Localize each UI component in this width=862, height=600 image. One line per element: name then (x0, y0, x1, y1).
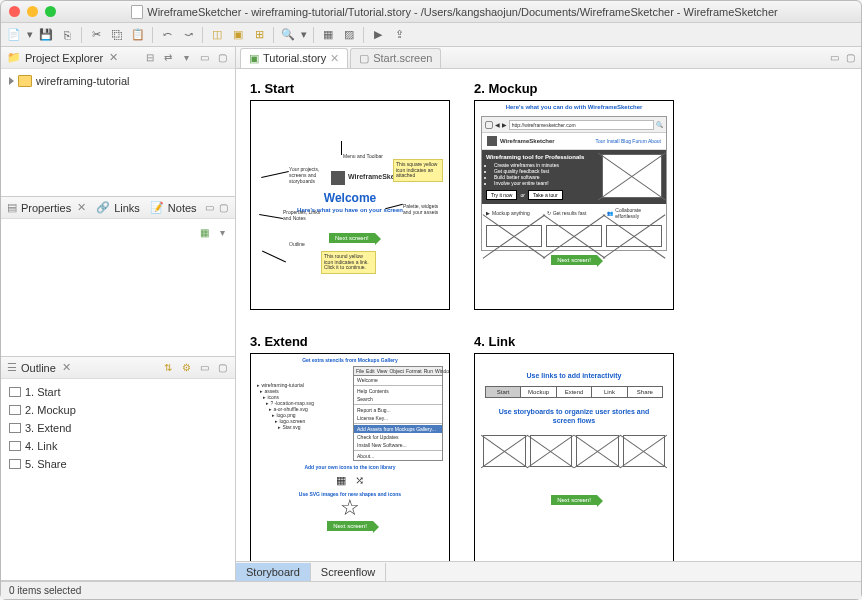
link-editor-icon[interactable]: ⇄ (161, 51, 175, 65)
status-bar: 0 items selected (1, 581, 861, 599)
properties-panel: ▤ Properties ✕ 🔗 Links 📝 Notes ▭ ▢ ▦ ▾ (1, 197, 235, 357)
canvas[interactable]: 1. Start Menu and Toolbar Your projects,… (236, 69, 861, 561)
main-toolbar: 📄 ▾ 💾 ⎘ ✂ ⿻ 📋 ⤺ ⤻ ◫ ▣ ⊞ 🔍 ▾ ▦ ▨ ▶ ⇪ (1, 23, 861, 47)
frame-title: 4. Link (474, 334, 674, 349)
links-tab[interactable]: Links (114, 202, 140, 214)
redo-button[interactable]: ⤻ (179, 26, 197, 44)
titlebar: WireframeSketcher - wireframing-tutorial… (1, 1, 861, 23)
group-button[interactable]: ▦ (319, 26, 337, 44)
project-explorer-panel: 📁 Project Explorer ✕ ⊟ ⇄ ▾ ▭ ▢ wireframi… (1, 47, 235, 197)
tab-label: Start.screen (373, 52, 432, 64)
cut-button[interactable]: ✂ (87, 26, 105, 44)
maximize-icon[interactable]: ▢ (215, 51, 229, 65)
new-category-icon[interactable]: ▦ (197, 225, 211, 239)
folder-icon (18, 75, 32, 87)
minimize-icon[interactable]: ▭ (197, 51, 211, 65)
filter-icon[interactable]: ⚙ (179, 361, 193, 375)
screen-icon (9, 387, 21, 397)
minimize-icon[interactable]: ▭ (205, 201, 215, 215)
screen-icon (9, 405, 21, 415)
zoom-button[interactable]: 🔍 (279, 26, 297, 44)
screen-icon (9, 423, 21, 433)
close-icon[interactable]: ✕ (62, 361, 71, 374)
minimize-window[interactable] (27, 6, 38, 17)
maximize-icon[interactable]: ▢ (215, 361, 229, 375)
paste-button[interactable]: 📋 (129, 26, 147, 44)
close-icon[interactable]: ✕ (77, 201, 86, 214)
maximize-icon[interactable]: ▢ (843, 51, 857, 65)
outline-item[interactable]: 5. Share (7, 455, 229, 473)
editor-tab-start[interactable]: ▢ Start.screen (350, 48, 441, 68)
bottom-tabs: Storyboard Screenflow (236, 561, 861, 581)
outline-item[interactable]: 4. Link (7, 437, 229, 455)
close-icon[interactable]: ✕ (109, 51, 118, 64)
status-text: 0 items selected (9, 585, 81, 596)
copy-button[interactable]: ⿻ (108, 26, 126, 44)
sort-icon[interactable]: ⇅ (161, 361, 175, 375)
zoom-dropdown[interactable]: ▾ (300, 26, 308, 44)
undo-button[interactable]: ⤺ (158, 26, 176, 44)
expand-arrow-icon[interactable] (9, 77, 14, 85)
tree-item[interactable]: wireframing-tutorial (5, 73, 231, 89)
menu-icon[interactable]: ▾ (215, 225, 229, 239)
outline-item[interactable]: 1. Start (7, 383, 229, 401)
frame-extend[interactable]: Get extra stencils from Mockups Gallery … (250, 353, 450, 561)
storyboard-tab[interactable]: Storyboard (236, 563, 311, 581)
zoom-window[interactable] (45, 6, 56, 17)
frame-title: 1. Start (250, 81, 450, 96)
editor-tab-tutorial[interactable]: ▣ Tutorial.story ✕ (240, 48, 348, 68)
close-window[interactable] (9, 6, 20, 17)
properties-tab[interactable]: Properties (21, 202, 71, 214)
notes-tab[interactable]: Notes (168, 202, 197, 214)
outline-panel: ☰ Outline ✕ ⇅ ⚙ ▭ ▢ 1. Start2. Mockup3. … (1, 357, 235, 581)
project-explorer-title: Project Explorer (25, 52, 103, 64)
maximize-icon[interactable]: ▢ (219, 201, 229, 215)
tree-item-label: wireframing-tutorial (36, 75, 130, 87)
frame-mockup[interactable]: Here's what you can do with WireframeSke… (474, 100, 674, 310)
ungroup-button[interactable]: ▨ (340, 26, 358, 44)
close-icon[interactable]: ✕ (330, 52, 339, 65)
view-menu-icon[interactable]: ▾ (179, 51, 193, 65)
frame-title: 2. Mockup (474, 81, 674, 96)
minimize-icon[interactable]: ▭ (197, 361, 211, 375)
editor-tabs: ▣ Tutorial.story ✕ ▢ Start.screen ▭ ▢ (236, 47, 861, 69)
document-icon (131, 5, 143, 19)
distribute-button[interactable]: ⊞ (250, 26, 268, 44)
new-button[interactable]: 📄 (5, 26, 23, 44)
collapse-all-icon[interactable]: ⊟ (143, 51, 157, 65)
outline-item[interactable]: 2. Mockup (7, 401, 229, 419)
outline-title: Outline (21, 362, 56, 374)
window-title: WireframeSketcher - wireframing-tutorial… (147, 6, 777, 18)
outline-item[interactable]: 3. Extend (7, 419, 229, 437)
screen-icon (9, 459, 21, 469)
align-left-button[interactable]: ◫ (208, 26, 226, 44)
save-button[interactable]: 💾 (37, 26, 55, 44)
tab-label: Tutorial.story (263, 52, 326, 64)
export-button[interactable]: ⇪ (390, 26, 408, 44)
new-dropdown[interactable]: ▾ (26, 26, 34, 44)
frame-link[interactable]: Use links to add interactivity StartMock… (474, 353, 674, 561)
save-all-button[interactable]: ⎘ (58, 26, 76, 44)
minimize-icon[interactable]: ▭ (827, 51, 841, 65)
run-button[interactable]: ▶ (369, 26, 387, 44)
frame-start[interactable]: Menu and Toolbar Your projects, screens … (250, 100, 450, 310)
screenflow-tab[interactable]: Screenflow (311, 563, 386, 581)
align-center-button[interactable]: ▣ (229, 26, 247, 44)
screen-icon (9, 441, 21, 451)
frame-title: 3. Extend (250, 334, 450, 349)
